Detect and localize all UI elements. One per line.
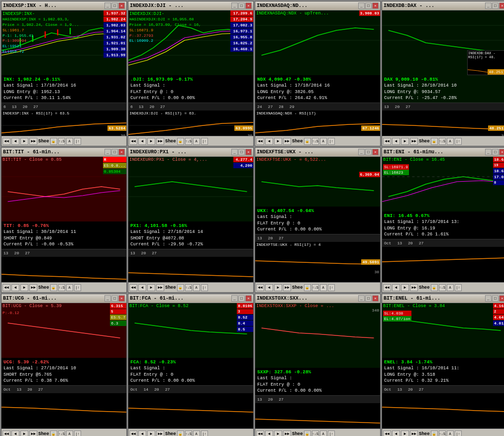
panel-ucg: BIT:UCG - 61-mi... _ □ × BIT:UCG - Close… [1,294,127,436]
info-block-indexsp: INX: 1,982.24 -0.11% Last Signal : 17/10… [1,75,126,103]
price-box-5: 1,931.02 [103,34,126,40]
nav-pp-2[interactable]: ◄◄ [129,138,137,145]
el-line: EL:19521 [2,44,79,49]
rsi-label-1: INDEXSP:INX - RSI(17) = 63.5 [2,111,69,115]
title-indexsp: INDEXSP:INX - H... [3,3,57,8]
dji-line: .DJI: 16,973.09 -0.17% [130,76,251,83]
titlebar-ucg: BIT:UCG - 61-mi... _ □ × [1,294,126,303]
price-line-1: Price = 1,982.24, Close = 1,9... [2,22,79,28]
panel-eni: BIT:ENI - 61-minu... _ □ × BIT:ENI - Clo… [382,147,504,293]
titlebar-enel: BIT:ENEL - 61-mi... _ □ × [382,294,504,303]
info-block-2: .DJI: 16,973.09 -0.17% Last Signal : FLA… [128,75,253,103]
rsi-container-1: INDEXSP:INX - RSI(17) = 63.5 63.5284 30 [1,110,126,136]
title-dax: INDEXDB:DAX - ... [384,3,434,8]
chart-container-indexsp: INDEXSP:INX- HASINDEXSP:INX = 1,982.03,3… [1,10,126,136]
titlebar-fca: BIT:FCA - 61-mi... _ □ × [128,294,253,303]
rsi-value-1: 63.5284 [107,125,126,131]
panel-indexsp: INDEXSP:INX - H... _ □ × INDEXSP:INX- HA… [1,1,127,146]
nav-n-2[interactable]: ► [147,138,155,145]
panel-body-indexsp: INDEXSP:INX- HASINDEXSP:INX = 1,982.03,3… [1,10,126,146]
nav-bar-1: ◄◄ ◄ ► ►► Shee 🔒 ↑↓S A |↑ [1,136,126,146]
entry-2: FLAT Entry @ : 0 [130,89,251,96]
entry-1: LONG Entry @: 1952.13 [3,89,124,96]
title-ndx: INDEXNASDAQ:ND... [257,3,307,8]
min-btn-2[interactable]: _ [231,2,238,9]
min-ndx[interactable]: _ [358,2,365,9]
panel-fca: BIT:FCA - 61-mi... _ □ × BIT:FCA - Close… [128,294,254,436]
price-box-4: 1,964.14 [103,28,126,34]
chart-ndx: INDEXNASDAQ:NDX - upTren... 3,908.83 [255,10,380,75]
panel-ukx: INDEXFTSE:UKX - ... _ □ × INDEXFTSE:UKX … [255,147,381,293]
last-signal-1: Last Signal : 17/10/2014 16 [3,83,124,89]
titlebar-px1: INDEXEURO:PX1 - ... _ □ × [128,148,253,157]
last-signal-2: Last Signal : [130,83,251,89]
close-ndx[interactable]: × [372,2,379,9]
axis-labels-1: 6132027 [3,105,38,109]
price-box-2: 1,982.24 [103,16,126,22]
close-btn[interactable]: × [118,2,125,9]
titlebar-dax: INDEXDB:DAX - ... _ □ × [382,1,504,10]
nav-s-1[interactable]: ↑↓S [58,138,65,145]
nav-arrow-1[interactable]: |↑ [74,138,81,145]
max-btn-2[interactable]: □ [238,2,245,9]
panel-tit: BIT:TIT - 61-min... _ □ × BIT:TIT - Clos… [1,147,127,293]
pl2-line: P-1:309994 [2,38,79,44]
titlebar-eni: BIT:ENI - 61-minu... _ □ × [382,148,504,157]
ticker-djx: INDEXDJX:DJI- [129,11,201,17]
titlebar-tit: BIT:TIT - 61-min... _ □ × [1,148,126,157]
titlebar-btns-indexsp: _ □ × [104,2,125,9]
pl-2: Current P/L : 0.00 0.00% [130,95,251,102]
nav-bar-2: ◄◄ ◄ ► ►► Shee 🔒 ↑↓S A |↑ [128,136,253,146]
title-ukx: INDEXFTSE:UKX - ... [257,149,313,155]
panel-ndx: INDEXNASDAQ:ND... _ □ × INDEXNASDAQ:NDX … [255,1,381,146]
titlebar-ndx: INDEXNASDAQ:ND... _ □ × [255,1,380,10]
rsi-value-2: 63.0995 [234,125,253,131]
price-djx: Price = 16,973.09, Close = 16, [129,22,201,28]
titlebar-btns-2: _ □ × [231,2,252,9]
panel-px1: INDEXEURO:PX1 - ... _ □ × INDEXEURO:PX1 … [128,147,254,293]
panel-sxxp: INDEXSTOXX:SXX... _ □ × INDEXSTOXX:SXXP … [255,294,381,436]
hasindex-line: HASINDEXSP:INX = 1,982.03,3, [2,17,79,22]
chart-container-2: INDEXDJX:DJI- HASINDEXDJX:DJI = 16,955.6… [128,10,253,136]
panel-body-2: INDEXDJX:DJI- HASINDEXDJX:DJI = 16,955.6… [128,10,253,146]
price-box-7: 1,909.38 [103,46,126,52]
nav-a-1[interactable]: A [66,138,73,145]
sl-line: SL:1961.7 [2,28,79,33]
title-eni: BIT:ENI - 61-minu... [384,149,443,155]
title-fca: BIT:FCA - 61-mi... [130,296,184,301]
titlebar-indexdjx: INDEXDJX:DJI - ... _ □ × [128,1,253,10]
titlebar-sxxp: INDEXSTOXX:SXX... _ □ × [255,294,380,303]
pl-djx: P:-37.2793 [129,33,201,39]
sl-djx: SL:16871.9 [129,28,201,33]
max-ndx[interactable]: □ [365,2,372,9]
close-btn-2[interactable]: × [245,2,252,9]
axis-bar-2: 6132027 [128,103,253,110]
nav-lock-1[interactable]: 🔒 [50,138,57,145]
titlebar-indexsp: INDEXSP:INX - H... _ □ × [1,1,126,10]
maximize-btn[interactable]: □ [111,2,118,9]
price-box-1: 1,937.32 [103,10,126,16]
el2-line: EL1956.72 [2,49,79,55]
panel-enel: BIT:ENEL - 61-mi... _ □ × BIT:ENEL - Clo… [382,294,504,436]
price-box-3: 1,982.03 [103,22,126,28]
price-box-8: 1,913.99 [103,52,126,58]
rsi-2: INDEXDJX:DJI - RSI(17) = 63. 63.0995 30 [128,110,253,136]
axis-bar-1: 6132027 [1,103,126,110]
price-box-6: 1,921.01 [103,40,126,46]
titlebar-ukx: INDEXFTSE:UKX - ... _ □ × [255,148,380,157]
nav-nn-2[interactable]: ►► [156,138,164,145]
title-ucg: BIT:UCG - 61-mi... [3,296,57,301]
nav-prev-prev-1[interactable]: ◄◄ [2,138,10,145]
nav-p-2[interactable]: ◄ [138,138,146,145]
nav-prev-1[interactable]: ◄ [11,138,19,145]
title-tit: BIT:TIT - 61-min... [3,149,60,155]
pl-1: Current P/L : 30.11 1.54% [3,95,124,102]
nav-shee-1: Shee [38,139,49,144]
nav-next-next-1[interactable]: ►► [29,138,37,145]
nav-next-1[interactable]: ► [20,138,28,145]
panel-dax: INDEXDB:DAX - ... _ □ × INDEXDB:DAX - RS… [382,1,504,146]
inx-line: INX: 1,982.24 -0.11% [3,76,124,83]
title-enel: BIT:ENEL - 61-mi... [384,296,440,301]
main-grid: INDEXSP:INX - H... _ □ × INDEXSP:INX- HA… [0,0,504,436]
minimize-btn[interactable]: _ [104,2,111,9]
